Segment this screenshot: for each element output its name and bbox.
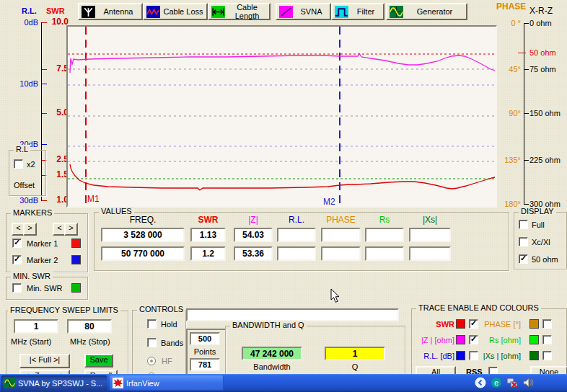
trace-phase-colour-swatch[interactable] [529, 319, 539, 329]
filter-icon [335, 6, 348, 18]
values-group-title: VALUES [99, 207, 134, 215]
trace-z-ohm-label: |Z | [ohm] [413, 336, 454, 345]
bands-checkbox[interactable] [147, 338, 157, 347]
right-axis: 0 °45°90°135°180°0 ohm50 ohm75 ohm150 oh… [491, 0, 567, 216]
ohm-tick-label: 75 ohm [529, 65, 566, 74]
rl-tick-label: 30dB [7, 196, 38, 205]
trace-r-l-db-colour-swatch[interactable] [456, 351, 465, 360]
tray-network-icon[interactable] [506, 377, 518, 388]
values-column-header: SWR [190, 215, 226, 225]
cable-loss-icon [146, 6, 160, 18]
toolbar-button-label: Cable Loss [160, 7, 206, 16]
display-xc-xl-checkbox[interactable] [519, 237, 528, 246]
radio-dot [150, 360, 153, 362]
values-cell-m1-rs [365, 228, 404, 242]
frequency-sweep-group-title: FREQUENCY SWEEP LIMITS [8, 306, 120, 314]
tray-volume-icon[interactable] [522, 377, 534, 388]
rl-tick-mark [42, 84, 47, 84]
hf-radio [147, 357, 156, 365]
taskbar-task-2[interactable]: IrfanView [110, 375, 224, 391]
ohm-tick-label: 225 ohm [529, 156, 566, 165]
display-group: DISPLAY FullXc/Xl✓50 ohm [514, 212, 567, 270]
trace-xs-ohm-colour-swatch[interactable] [529, 351, 539, 360]
bands-label: Bands [161, 339, 183, 348]
trace-swr-checkbox[interactable]: ✓ [469, 319, 478, 329]
trace-r-l-db-checkbox[interactable] [469, 351, 478, 360]
bandwidth-value-field: 47 242 000 [242, 347, 302, 360]
antenna-button[interactable]: Antenna [78, 3, 143, 20]
hold-checkbox[interactable] [147, 319, 157, 329]
marker2-checkbox[interactable]: ✓ [12, 255, 22, 264]
ohm-tick-mark [524, 23, 529, 24]
marker1-checkbox[interactable]: ✓ [12, 239, 22, 248]
min-swr-group: MIN. SWR Min. SWR [6, 277, 88, 300]
display-50-ohm-checkbox[interactable]: ✓ [519, 254, 528, 264]
save-button[interactable]: Save [84, 354, 113, 368]
marker-label-m1: M1 [87, 194, 100, 204]
values-column-header: R.L. [277, 215, 316, 225]
swr-tick-label: 1.0 [46, 195, 69, 205]
display-item-label: 50 ohm [532, 255, 558, 264]
swr-tick-mark [42, 200, 47, 201]
marker1-colour-swatch[interactable] [71, 239, 81, 248]
trace-rs-ohm-checkbox[interactable] [542, 335, 552, 344]
points-count-field[interactable]: 781 [190, 358, 220, 371]
q-value-field: 1 [325, 347, 385, 360]
points-input[interactable]: 500 [190, 332, 220, 345]
phase-tick-label: 180° [496, 200, 521, 209]
swr-tick-label: 7.5 [46, 64, 69, 74]
controls-group-title: CONTROLS [137, 305, 185, 313]
svna-button[interactable]: SVNA [276, 3, 331, 20]
generator-button[interactable]: Generator [386, 3, 467, 20]
swr-tick-label: 1.5 [46, 170, 69, 179]
phase-tick-label: 45° [496, 65, 521, 74]
marker2-colour-swatch[interactable] [71, 255, 81, 264]
filter-button[interactable]: Filter [331, 3, 384, 20]
min-swr-checkbox[interactable] [12, 283, 22, 293]
tray-collapse-icon[interactable] [475, 377, 486, 388]
trace-xs-ohm-checkbox[interactable] [542, 351, 552, 360]
marker2-next-button[interactable]: > [64, 223, 78, 236]
min-swr-colour-swatch[interactable] [71, 283, 81, 293]
markers-group-title: MARKERS [11, 208, 54, 217]
start-frequency-input[interactable]: 1 [14, 319, 58, 334]
toolbar-button-label: Filter [348, 7, 383, 16]
marker2-label: Marker 2 [27, 256, 58, 265]
values-cell-m2-xs [409, 246, 451, 261]
values-column-header: |Xs| [409, 215, 451, 225]
marker1-label: Marker 1 [27, 239, 58, 249]
svg-text:e: e [494, 378, 498, 387]
trace-swr-colour-swatch[interactable] [456, 319, 465, 329]
trace-z-ohm-colour-swatch[interactable] [456, 335, 465, 344]
display-full-checkbox[interactable] [519, 220, 528, 229]
trace-rs-ohm-colour-swatch[interactable] [529, 335, 539, 344]
values-column-header: Rs [365, 215, 404, 225]
hold-label: Hold [161, 320, 177, 329]
values-cell-m2-phase [321, 246, 361, 261]
svna-icon [279, 6, 293, 18]
full-sweep-button[interactable]: |< Full >| [19, 354, 70, 368]
rl-x2-checkbox[interactable] [14, 159, 23, 169]
marker1-next-button[interactable]: > [23, 223, 37, 236]
taskbar-task-1[interactable]: SVNA by SP3SWJ - S... [1, 375, 107, 391]
stop-frequency-input[interactable]: 80 [67, 319, 112, 334]
values-column-header: |Z| [234, 215, 273, 225]
ohm-tick-mark [518, 53, 526, 53]
swr-tick-mark [42, 22, 47, 23]
marker-label-m2: M2 [323, 197, 335, 206]
values-cell-m1-xs [409, 228, 451, 242]
sweep-chart[interactable]: M1M2 [66, 25, 497, 208]
command-input[interactable] [186, 308, 399, 321]
cable-length-icon [211, 6, 225, 18]
cable-length-button[interactable]: Cable Length [208, 3, 271, 20]
toolbar: AntennaCable LossCable LengthSVNAFilterG… [0, 3, 567, 21]
swr-tick-label: 2.5 [46, 155, 69, 164]
trace-phase-checkbox[interactable] [542, 319, 552, 329]
display-item-label: Full [532, 220, 545, 230]
trace-z-ohm-checkbox[interactable]: ✓ [469, 335, 478, 344]
cable-loss-button[interactable]: Cable Loss [143, 3, 208, 20]
check-mark: ✓ [14, 254, 20, 264]
values-column-header: FREQ. [101, 215, 185, 225]
tray-eset-icon[interactable]: e [491, 377, 502, 388]
toolbar-button-label: Antenna [95, 7, 141, 16]
